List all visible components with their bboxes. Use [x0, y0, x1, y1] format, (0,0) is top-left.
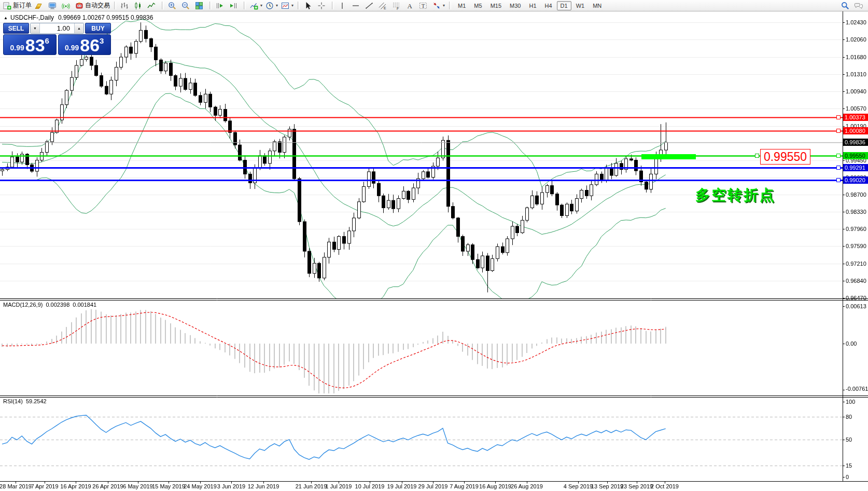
timeframe-m15[interactable]: M15 — [487, 1, 505, 10]
price-tick-label: 1.02060 — [846, 36, 866, 43]
zoom-out-button[interactable] — [180, 0, 193, 11]
line-chart-button[interactable] — [146, 0, 159, 11]
crosshair-icon — [317, 2, 326, 10]
bar-chart-button[interactable] — [119, 0, 132, 11]
date-tick-label: 3 Jun 2019 — [217, 483, 245, 489]
timeframe-mn[interactable]: MN — [589, 1, 605, 10]
rsi-tick-label: 80 — [846, 414, 852, 420]
price-tick-label: 1.02430 — [846, 19, 866, 25]
rsi-tick-label: 0 — [846, 474, 849, 480]
price-tick-label: 0.97590 — [846, 243, 866, 249]
auto-trading-button-label: 自动交易 — [85, 1, 110, 10]
price-tick-label: 0.98700 — [846, 192, 866, 198]
axis-price-flag: 0.99550 — [843, 152, 868, 159]
price-tick-label: 0.98330 — [846, 209, 866, 215]
chart-canvas[interactable] — [0, 0, 868, 491]
fibonacci-button[interactable]: F — [390, 0, 404, 11]
search-icon — [841, 2, 849, 10]
cursor-button[interactable] — [302, 0, 316, 11]
axis-price-flag: 0.99291 — [843, 164, 868, 171]
date-tick-label: 6 May 2019 — [123, 483, 152, 489]
timeframe-w1[interactable]: W1 — [572, 1, 589, 10]
buy-button[interactable]: BUY — [85, 23, 111, 34]
periods-button[interactable]: ▾ — [264, 0, 279, 11]
vertical-line-button[interactable] — [337, 0, 350, 11]
horizontal-line-button[interactable] — [350, 0, 363, 11]
clock-icon — [265, 2, 274, 10]
timeframe-m30[interactable]: M30 — [506, 1, 524, 10]
symbol-marker-icon: ▲ — [4, 16, 8, 20]
date-tick-label: 21 Jun 2019 — [296, 483, 327, 489]
date-tick-label: 26 Apr 2019 — [92, 483, 123, 489]
toolbar-separator — [449, 2, 451, 9]
svg-text:E: E — [384, 6, 386, 9]
auto-scroll-icon — [216, 2, 224, 10]
search-button[interactable] — [839, 0, 853, 11]
timeframe-h4[interactable]: H4 — [541, 1, 556, 10]
auto-scroll-button[interactable] — [214, 0, 228, 11]
sell-price-big: 83 — [25, 36, 45, 54]
arrows-button[interactable]: ▾ — [431, 0, 446, 11]
turning-point-annotation[interactable]: 多空转折点 — [695, 185, 776, 205]
price-tick-label: 0.97210 — [846, 261, 866, 267]
zoom-in-button[interactable] — [166, 0, 180, 11]
axis-price-flag: 1.00373 — [843, 114, 868, 121]
templates-button[interactable]: ▾ — [279, 0, 295, 11]
timeframe-h1[interactable]: H1 — [525, 1, 540, 10]
volume-input[interactable]: 1.00 — [40, 23, 74, 33]
date-tick-label: 28 Mar 2019 — [0, 483, 32, 489]
text-button[interactable]: A — [404, 0, 417, 11]
signal-button[interactable] — [60, 0, 74, 11]
main-toolbar: 新订单自动交易▾▾▾EFAT▾M1M5M15M30H1H4D1W1MN — [0, 0, 868, 11]
timeframe-d1[interactable]: D1 — [557, 1, 571, 10]
macd-tick-label: 0.00613 — [846, 303, 866, 309]
gold-button[interactable] — [33, 0, 47, 11]
chevron-down-icon: ▾ — [260, 3, 262, 8]
date-tick-label: 7 Apr 2019 — [31, 483, 58, 489]
price-tick-label: 1.01310 — [846, 71, 866, 77]
candlestick-icon — [134, 2, 142, 10]
buy-price-small: 0.99 — [65, 44, 79, 54]
date-tick-label: 4 Sep 2019 — [564, 483, 593, 489]
date-tick-label: 1 Jul 2019 — [326, 483, 352, 489]
trendline-button[interactable] — [363, 0, 377, 11]
timeframe-m1[interactable]: M1 — [454, 1, 469, 10]
volume-decrease-button[interactable]: ▼ — [31, 23, 40, 33]
gold-icon — [35, 2, 43, 10]
signal-icon — [62, 2, 70, 10]
channel-button[interactable]: E — [377, 0, 390, 11]
chat-button[interactable] — [853, 0, 866, 11]
candlestick-button[interactable] — [132, 0, 146, 11]
line-chart-icon — [147, 2, 156, 10]
volume-increase-button[interactable]: ▲ — [74, 23, 83, 33]
chart-shift-button[interactable] — [228, 0, 241, 11]
current-price-flag: 0.99836 — [843, 139, 868, 146]
crosshair-button[interactable] — [316, 0, 329, 11]
text-label-button[interactable]: T — [417, 0, 431, 11]
auto-trading-button[interactable]: 自动交易 — [74, 0, 111, 11]
date-tick-label: 10 Jul 2019 — [355, 483, 385, 489]
timeframe-m5[interactable]: M5 — [470, 1, 485, 10]
date-tick-label: 13 Sep 2019 — [591, 483, 623, 489]
macd-indicator-label: MACD(12,26,9)0.0023980.001841 — [3, 302, 100, 308]
timeframe-switcher: M1M5M15M30H1H4D1W1MN — [454, 1, 606, 10]
svg-text:A: A — [408, 2, 413, 10]
date-tick-label: 16 Aug 2019 — [479, 483, 511, 489]
rsi-indicator-label: RSI(14)59.2542 — [3, 398, 50, 404]
new-order-button[interactable]: 新订单 — [2, 0, 33, 11]
mt4-window: 新订单自动交易▾▾▾EFAT▾M1M5M15M30H1H4D1W1MN ▲USD… — [0, 0, 868, 491]
terminal-button[interactable] — [47, 0, 60, 11]
sell-price-display[interactable]: 0.99 83 6 — [3, 34, 57, 55]
price-callout-label[interactable]: 0.99550 — [760, 149, 810, 165]
toolbar-separator — [332, 2, 334, 9]
sell-button[interactable]: SELL — [3, 23, 29, 34]
indicators-button[interactable]: ▾ — [248, 0, 264, 11]
vline-icon — [338, 2, 346, 10]
arrows-icon — [432, 2, 441, 10]
tile-windows-button[interactable] — [193, 0, 207, 11]
chevron-down-icon: ▾ — [291, 3, 293, 8]
toolbar-separator — [209, 2, 212, 9]
buy-price-display[interactable]: 0.99 86 3 — [58, 34, 111, 55]
auto-trading-icon — [75, 2, 83, 10]
buy-price-sup: 3 — [100, 35, 104, 45]
